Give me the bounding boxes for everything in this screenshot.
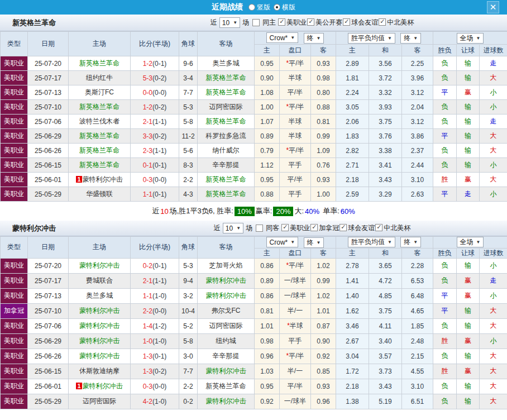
horizontal-radio-label[interactable]: 横版 — [282, 3, 295, 12]
result-goals-cell: 大 — [480, 71, 507, 85]
col-type: 类型 — [1, 237, 28, 259]
company-dropdown[interactable]: Crow*▼ — [266, 237, 299, 247]
team-name-text: 辛辛那提 — [213, 161, 240, 169]
match-row: 美职业25-06-26新英格兰革命2-3(1-1)5-6纳什威尔0.79*平/半… — [1, 144, 507, 158]
summary-near: 近 — [152, 206, 159, 216]
home-team-cell: 蒙特利尔冲击 — [69, 318, 131, 333]
section-bar-new-england: 新英格兰革命 近 10▼ 场 同主 美职业美公开赛球会友谊中北美杯 — [0, 15, 507, 31]
team-name-text: 纽约红牛 — [86, 74, 113, 82]
odds-home-win-cell: 1.38 — [336, 394, 369, 409]
handicap-home-odds-cell: 0.86 — [255, 258, 280, 273]
league-checkbox[interactable] — [310, 224, 318, 231]
handicap-home-odds-cell: 0.95 — [255, 379, 280, 394]
team-name-text: 新英格兰革命 — [79, 146, 119, 154]
score-cell: 2-1(1-1) — [131, 114, 179, 129]
vertical-radio[interactable] — [248, 4, 255, 11]
match-type-cell: 美职业 — [1, 394, 28, 409]
final-dropdown-1[interactable]: 终▼ — [304, 33, 324, 44]
odds-draw-cell: 4.72 — [369, 273, 402, 288]
same-venue-checkbox[interactable] — [252, 19, 260, 26]
match-date-cell: 25-06-26 — [28, 144, 69, 158]
league-checkbox[interactable] — [307, 18, 314, 26]
league-checkbox[interactable] — [281, 224, 289, 231]
team-name-text: 迈阿密国际 — [209, 322, 243, 330]
match-count-select[interactable]: 10▼ — [223, 223, 243, 233]
wdl-dropdown[interactable]: 胜平负均值▼ — [348, 237, 395, 247]
score-cell: 1-2(0-1) — [131, 56, 179, 71]
match-type-cell: 美职业 — [1, 129, 28, 144]
result-goals-cell: 小 — [480, 258, 507, 273]
final-dropdown-2[interactable]: 终▼ — [400, 33, 421, 44]
result-outcome-cell: 平 — [433, 85, 457, 100]
result-goals-cell: 大 — [480, 318, 507, 333]
league-checkbox[interactable] — [375, 224, 382, 231]
score-cell: 1-3(0-2) — [131, 364, 179, 379]
match-row: 美职业25-07-20新英格兰革命1-2(0-1)9-6奥兰多城0.95*平/半… — [1, 56, 507, 71]
odds-draw-cell: 5.19 — [369, 394, 402, 409]
away-team-cell: 奥兰多城 — [198, 56, 255, 71]
match-row: 美职业25-06-15新英格兰革命0-1(0-1)8-3辛辛那提1.12平手0.… — [1, 158, 507, 173]
match-row: 美职业25-07-13奥斯汀FC0-0(0-0)7-7新英格兰革命1.08平/半… — [1, 85, 507, 100]
match-date-cell: 25-06-29 — [28, 333, 69, 349]
score-cell: 1-2(0-2) — [131, 100, 179, 114]
final-dropdown-1[interactable]: 终▼ — [304, 237, 324, 248]
match-row: 美职业25-07-17纽约红牛5-3(0-2)3-4新英格兰革命0.90半球0.… — [1, 71, 507, 85]
league-checkbox[interactable] — [339, 224, 347, 231]
away-team-cell: 辛辛那提 — [198, 349, 255, 364]
score-cell: 0-3(0-0) — [131, 379, 179, 394]
match-row: 美职业25-07-10新英格兰革命1-2(0-2)5-3迈阿密国际1.00*平/… — [1, 100, 507, 114]
odds-home-win-cell: 1.62 — [336, 303, 369, 318]
same-venue-checkbox[interactable] — [256, 225, 263, 232]
score-cell: 0-1(0-1) — [131, 158, 179, 173]
match-type-cell: 美职业 — [1, 273, 28, 288]
handicap-away-odds-cell: 1.02 — [311, 258, 336, 273]
home-team-cell: 华盛顿联 — [69, 187, 131, 202]
scope-dropdown[interactable]: 全场▼ — [457, 33, 484, 44]
league-checkbox[interactable] — [343, 18, 350, 26]
result-outcome-cell: 负 — [433, 258, 457, 273]
vertical-radio-label[interactable]: 竖版 — [257, 3, 270, 12]
close-icon[interactable]: ✕ — [487, 1, 499, 13]
cover-rate-label: 赢率: — [256, 206, 272, 216]
odds-home-win-cell: 3.05 — [336, 100, 369, 114]
league-checkbox[interactable] — [278, 18, 285, 26]
score-cell: 0-3(0-0) — [131, 173, 179, 187]
handicap-away-odds-cell: 1.02 — [311, 288, 336, 303]
result-handicap-cell: 输 — [457, 114, 480, 129]
result-goals-cell: 小 — [480, 100, 507, 114]
summary-count: 10 — [160, 207, 168, 216]
odds-draw-cell: 3.56 — [369, 56, 402, 71]
result-handicap-cell: 输 — [457, 394, 480, 409]
handicap-home-odds-cell: 0.96 — [255, 349, 280, 364]
big-rate-label: 大: — [294, 206, 304, 216]
match-type-cell: 美职业 — [1, 85, 28, 100]
result-goals-cell: 大 — [480, 173, 507, 187]
match-row: 美职业25-05-29华盛顿联1-1(0-1)4-3新英格兰革命0.88平手1.… — [1, 187, 507, 202]
result-handicap-cell: 输 — [457, 144, 480, 158]
corner-cell: 5-2 — [179, 318, 198, 333]
wdl-dropdown[interactable]: 胜平负均值▼ — [348, 33, 395, 44]
rank-badge: 1 — [76, 176, 82, 183]
odds-away-win-cell: 2.44 — [402, 158, 433, 173]
col-away: 客场 — [198, 32, 255, 56]
handicap-line-cell: 半球 — [280, 114, 311, 129]
odds-home-win-cell: 2.71 — [336, 158, 369, 173]
col-score: 比分(半场) — [131, 237, 179, 259]
recent-results-panel: 近期战绩 竖版 横版 ✕ 新英格兰革命 近 10▼ 场 同主 美职业美公开赛球会… — [0, 0, 507, 420]
result-outcome-cell: 胜 — [433, 364, 457, 379]
team-name-text: 奥兰多城 — [86, 292, 113, 299]
corner-cell: 5-6 — [179, 144, 198, 158]
league-checkbox[interactable] — [379, 18, 386, 26]
final-dropdown-2[interactable]: 终▼ — [400, 237, 421, 247]
corner-cell: 10-4 — [179, 303, 198, 318]
away-team-cell: 新英格兰革命 — [198, 71, 255, 85]
odds-home-win-cell: 2.06 — [336, 114, 369, 129]
match-count-select[interactable]: 10▼ — [219, 17, 240, 28]
home-team-cell: 新英格兰革命 — [69, 144, 131, 158]
handicap-line-cell: 一/球半 — [280, 273, 311, 288]
horizontal-radio[interactable] — [274, 4, 280, 11]
company-dropdown[interactable]: Crow*▼ — [266, 32, 299, 43]
corner-cell: 5-8 — [179, 114, 198, 129]
col-handicap-line: 盘口 — [280, 45, 311, 56]
scope-dropdown[interactable]: 全场▼ — [457, 237, 484, 247]
